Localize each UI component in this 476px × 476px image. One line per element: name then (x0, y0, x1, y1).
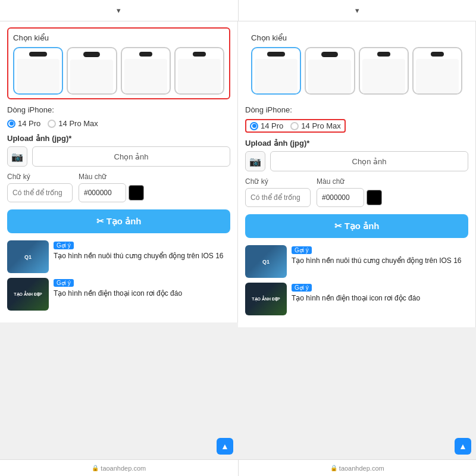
left-chon-kieu-label: Chọn kiểu (13, 33, 224, 42)
left-style-2[interactable] (67, 47, 117, 95)
right-radio-14pro-circle (250, 122, 258, 130)
right-blog-tag-2: Gợi ý (292, 284, 312, 292)
left-style-4[interactable] (174, 47, 224, 95)
right-chon-anh-button[interactable]: Chọn ảnh (270, 151, 468, 171)
left-style-3[interactable] (121, 47, 171, 95)
left-radio-14promax-circle (48, 120, 56, 128)
left-notch-3 (139, 52, 152, 57)
right-radio-border-box: 14 Pro 14 Pro Max (245, 119, 346, 133)
right-footer: 🔒 taoanhdep.com (239, 460, 477, 476)
left-blog-text-1: Gợi ý Tạo hình nền nuôi thú cưng chuyển … (54, 240, 230, 273)
left-radio-14promax[interactable]: 14 Pro Max (48, 119, 98, 128)
right-blog-thumb-2: TẠO ẢNH ĐẸP (245, 283, 287, 315)
right-chon-kieu-label: Chọn kiểu (251, 33, 462, 42)
left-chon-anh-button[interactable]: Chọn ảnh (32, 146, 230, 167)
right-notch-2 (321, 52, 338, 57)
left-tao-anh-button[interactable]: ✂ Tạo ảnh (7, 209, 230, 233)
left-lock-icon: 🔒 (92, 465, 99, 471)
left-notch-1 (29, 52, 47, 57)
left-chu-ky-input[interactable] (7, 183, 73, 202)
right-style-2[interactable] (305, 47, 355, 95)
left-panel: Chọn kiểu (0, 21, 238, 322)
left-blog-thumb-2-text: TẠO ẢNH ĐẸP (7, 278, 49, 311)
left-color-swatch[interactable] (129, 185, 144, 201)
right-radio-14pro[interactable]: 14 Pro (250, 121, 283, 130)
left-style-1[interactable] (13, 47, 63, 95)
left-notch-2 (83, 52, 100, 57)
left-body-1 (17, 59, 60, 93)
right-style-4[interactable] (412, 47, 462, 95)
right-phone-styles (251, 47, 462, 95)
right-radio-14promax-label: 14 Pro Max (301, 121, 340, 130)
right-color-swatch[interactable] (367, 190, 382, 205)
left-radio-14pro[interactable]: 14 Pro (7, 119, 40, 128)
right-blog-tag-1: Gợi ý (292, 246, 312, 254)
right-blog-thumb-1-text: Q1 (245, 245, 287, 278)
left-dong-iphone-label: Dòng iPhone: (7, 105, 54, 114)
right-blog-thumb-2-text: TẠO ẢNH ĐẸP (245, 283, 287, 315)
right-blog-thumb-1: Q1 (245, 245, 287, 278)
right-mau-chu-label: Màu chữ (317, 177, 382, 186)
right-style-1[interactable] (251, 47, 301, 95)
right-blog-card-2[interactable]: TẠO ẢNH ĐẸP Gợi ý Tạo hình nền điện thoạ… (245, 283, 468, 315)
right-scroll-up-button[interactable]: ▲ (455, 438, 471, 455)
right-color-input[interactable] (317, 188, 364, 207)
right-body-3 (362, 59, 405, 93)
left-footer-text: taoanhdep.com (101, 465, 146, 472)
right-radio-14promax-circle (290, 122, 299, 130)
right-chon-kieu-box: Chọn kiểu (245, 27, 468, 99)
left-dropdown[interactable]: ▾ (0, 0, 239, 21)
right-chu-ky-input[interactable] (245, 188, 311, 207)
right-mau-chu-group: Màu chữ (317, 177, 382, 207)
right-radio-14pro-label: 14 Pro (261, 121, 283, 130)
left-mau-chu-label: Màu chữ (79, 173, 144, 181)
left-body-4 (178, 59, 221, 93)
right-blog-title-1: Tạo hình nền nuôi thú cưng chuyển động t… (292, 256, 468, 266)
left-camera-button[interactable]: 📷 (7, 146, 27, 167)
left-footer: 🔒 taoanhdep.com (0, 460, 239, 476)
left-radio-14promax-label: 14 Pro Max (58, 119, 98, 128)
right-chu-ky-label: Chữ ký (245, 177, 311, 186)
right-chu-ky-group: Chữ ký (245, 177, 311, 207)
left-blog-tag-2: Gợi ý (54, 279, 74, 287)
left-notch-4 (193, 52, 206, 57)
left-upload-label: Upload ảnh (jpg)* (7, 134, 230, 143)
left-scroll-up-button[interactable]: ▲ (217, 438, 233, 455)
right-radio-14promax[interactable]: 14 Pro Max (290, 121, 340, 130)
right-body-1 (255, 59, 298, 93)
right-notch-3 (377, 52, 390, 57)
right-upload-label: Upload ảnh (jpg)* (245, 139, 468, 148)
right-notch-1 (267, 52, 285, 57)
left-dropdown-chevron: ▾ (117, 6, 121, 15)
right-dropdown[interactable]: ▾ (239, 0, 477, 21)
right-upload-row: 📷 Chọn ảnh (245, 151, 468, 171)
right-notch-4 (431, 52, 444, 57)
right-style-3[interactable] (359, 47, 409, 95)
right-panel: Chọn kiểu (238, 21, 476, 327)
left-color-input[interactable] (79, 183, 126, 202)
right-blog-text-2: Gợi ý Tạo hình nền điện thoại icon rơi đ… (292, 283, 468, 315)
left-chu-ky-group: Chữ ký (7, 173, 73, 202)
right-blog-text-1: Gợi ý Tạo hình nền nuôi thú cưng chuyển … (292, 245, 468, 278)
left-body-3 (124, 59, 167, 93)
left-radio-14pro-label: 14 Pro (18, 119, 40, 128)
left-upload-row: 📷 Chọn ảnh (7, 146, 230, 167)
left-blog-thumb-2: TẠO ẢNH ĐẸP (7, 278, 49, 311)
left-mau-chu-group: Màu chữ (79, 173, 144, 202)
left-blog-thumb-1: Q1 (7, 240, 49, 273)
left-blog-card-1[interactable]: Q1 Gợi ý Tạo hình nền nuôi thú cưng chuy… (7, 240, 230, 273)
left-blog-card-2[interactable]: TẠO ẢNH ĐẸP Gợi ý Tạo hình nền điện thoạ… (7, 278, 230, 311)
right-color-row (317, 188, 382, 207)
right-blog-card-1[interactable]: Q1 Gợi ý Tạo hình nền nuôi thú cưng chuy… (245, 245, 468, 278)
right-tao-anh-button[interactable]: ✂ Tạo ảnh (245, 214, 468, 238)
left-blog-text-2: Gợi ý Tạo hình nền điện thoại icon rơi đ… (54, 278, 230, 311)
left-blog-title-1: Tạo hình nền nuôi thú cưng chuyển động t… (54, 251, 230, 261)
left-chu-ky-label: Chữ ký (7, 173, 73, 181)
left-chon-kieu-box: Chọn kiểu (7, 27, 230, 99)
right-footer-text: taoanhdep.com (339, 465, 384, 472)
right-dropdown-chevron: ▾ (355, 6, 359, 15)
left-radio-group: 14 Pro 14 Pro Max (7, 119, 230, 128)
left-body-2 (70, 60, 113, 93)
right-camera-button[interactable]: 📷 (245, 151, 265, 171)
left-blog-tag-1: Gợi ý (54, 242, 74, 249)
